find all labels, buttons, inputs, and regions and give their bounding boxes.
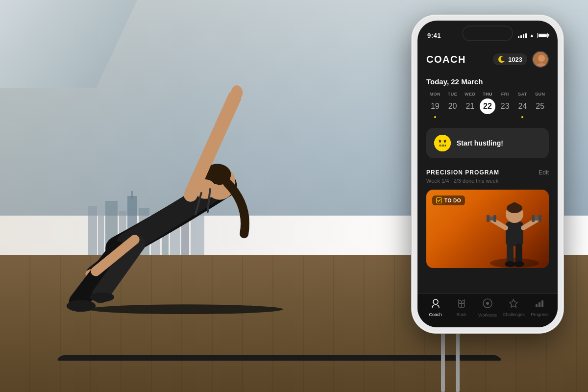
cal-day-number: 19 [427,98,443,114]
battery-fill [539,34,547,37]
cal-day-number: 23 [497,98,513,114]
svg-rect-56 [493,215,496,222]
program-title: PRECISION PROGRAM [426,169,499,176]
calendar-day-24[interactable]: SAT24 [514,92,532,118]
svg-point-71 [486,302,489,305]
signal-bar-1 [518,36,519,38]
app-header: COACH 1023 [417,46,558,74]
svg-rect-60 [539,215,541,222]
nav-book-label: Book [457,312,467,317]
nav-coach[interactable]: Coach [422,298,448,317]
svg-point-52 [511,202,518,208]
cal-day-name: FRI [501,92,509,97]
workouts-icon [482,298,493,311]
program-subtitle: Week 1/4 · 2/3 done this week [426,178,549,184]
cal-day-number: 24 [514,98,530,114]
cal-activity-dot [521,116,523,118]
cal-activity-dot [434,116,436,118]
bottom-navigation: Coach Book [417,294,558,327]
svg-rect-55 [487,215,490,222]
cal-day-number: 22 [480,98,495,114]
points-value: 1023 [508,56,522,63]
svg-rect-59 [532,215,535,222]
nav-workouts-label: Workouts [478,313,497,318]
motivation-banner[interactable]: Start hustling! [426,128,549,158]
coach-icon [431,298,441,311]
date-section: Today, 22 March MON19TUE20WED21THU22FRI2… [417,74,558,124]
workout-figure [485,199,544,268]
calendar-day-23[interactable]: FRI23 [496,92,514,118]
cal-day-number: 25 [532,98,548,114]
nav-book[interactable]: Book [448,298,474,317]
user-avatar[interactable] [532,51,549,68]
battery-icon [537,33,548,38]
svg-rect-73 [539,302,540,307]
cal-day-name: WED [465,92,476,97]
todo-checkbox [436,197,442,203]
nav-progress[interactable]: Progress [527,298,553,317]
workout-card[interactable]: TO DO [426,190,549,268]
svg-point-12 [88,304,283,314]
header-right: 1023 [493,51,549,68]
nav-coach-label: Coach [429,312,442,317]
moon-icon [498,55,506,63]
nav-progress-label: Progress [531,312,548,317]
svg-rect-68 [459,303,461,304]
status-icons: ▲ [518,32,548,38]
cal-day-name: SUN [535,92,545,97]
todo-badge: TO DO [432,196,465,205]
phone-screen: 9:41 ▲ [417,21,558,327]
motivation-emoji [434,135,451,151]
svg-point-18 [90,292,114,302]
svg-rect-69 [463,303,464,304]
svg-rect-24 [211,184,220,194]
svg-point-36 [538,55,545,62]
nav-challenges[interactable]: Challenges [501,298,527,317]
progress-icon [535,298,544,311]
signal-bar-3 [523,34,524,38]
svg-rect-62 [515,244,522,263]
svg-point-65 [433,299,438,304]
svg-point-38 [434,135,451,151]
signal-bar-2 [520,35,522,38]
calendar-day-21[interactable]: WED21 [461,92,479,118]
svg-rect-49 [506,221,523,246]
nav-challenges-label: Challenges [503,312,525,317]
cal-day-name: TUE [448,92,458,97]
calendar-day-22[interactable]: THU22 [479,92,496,118]
svg-rect-74 [541,300,543,307]
phone-frame: 9:41 ▲ [412,15,564,333]
dynamic-island [463,26,512,40]
svg-point-64 [514,261,524,267]
svg-rect-72 [536,304,538,307]
cal-day-name: SAT [518,92,527,97]
motivation-text: Start hustling! [457,139,503,147]
cal-day-number: 20 [445,98,461,114]
signal-bar-4 [525,33,527,38]
svg-rect-61 [507,244,514,263]
svg-point-34 [501,56,506,61]
app-content[interactable]: COACH 1023 [417,46,558,327]
nav-workouts[interactable]: Workouts [474,298,500,318]
phone-device: 9:41 ▲ [412,15,564,333]
calendar-day-25[interactable]: SUN25 [531,92,549,118]
program-section: PRECISION PROGRAM Edit Week 1/4 · 2/3 do… [417,162,558,272]
signal-icon [518,32,527,38]
challenges-icon [509,298,518,311]
book-icon [457,298,466,311]
calendar-day-20[interactable]: TUE20 [444,92,462,118]
cal-day-name: THU [483,92,492,97]
cal-day-number: 21 [462,98,478,114]
points-badge[interactable]: 1023 [493,53,527,65]
cal-day-name: MON [430,92,441,97]
calendar-row[interactable]: MON19TUE20WED21THU22FRI23SAT24SUN25 [426,92,549,118]
status-time: 9:41 [427,32,441,39]
date-label: Today, 22 March [426,77,549,86]
svg-point-17 [67,300,96,312]
program-edit-button[interactable]: Edit [539,169,549,176]
calendar-day-19[interactable]: MON19 [426,92,444,118]
workout-svg [485,199,544,268]
app-title: COACH [426,54,466,65]
todo-text: TO DO [444,198,461,203]
program-header: PRECISION PROGRAM Edit [426,169,549,176]
